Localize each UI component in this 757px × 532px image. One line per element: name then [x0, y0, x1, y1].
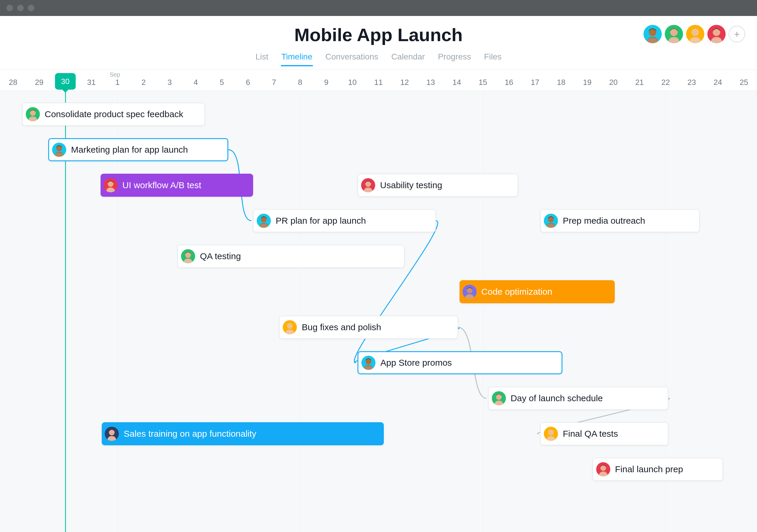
member-avatar[interactable] — [644, 25, 662, 43]
assignee-avatar — [52, 142, 66, 157]
assignee-avatar — [104, 178, 118, 192]
task-label: QA testing — [200, 251, 241, 261]
task-label: Bug fixes and polish — [302, 322, 381, 332]
task-label: Usability testing — [380, 180, 442, 190]
member-avatar[interactable] — [707, 25, 726, 43]
date-cell: 14 — [444, 78, 470, 87]
task-bar[interactable]: Consolidate product spec feedback — [22, 103, 205, 126]
task-bar[interactable]: Sales training on app functionality — [102, 422, 383, 445]
assignee-avatar — [105, 427, 119, 441]
date-cell: 28 — [0, 78, 26, 87]
task-label: PR plan for app launch — [276, 216, 366, 226]
task-label: App Store promos — [380, 358, 452, 368]
assignee-avatar — [257, 214, 271, 228]
date-cell: 1 — [105, 78, 131, 87]
project-header: Mobile App Launch + ListTimelineConversa… — [0, 16, 757, 70]
task-bar[interactable]: Bug fixes and polish — [279, 316, 458, 339]
date-cell: 17 — [522, 78, 548, 87]
date-cell: 20 — [600, 78, 626, 87]
date-cell: 11 — [366, 78, 391, 87]
date-cell: 19 — [574, 78, 600, 87]
window-control-zoom[interactable] — [28, 5, 34, 11]
add-member-button[interactable]: + — [729, 26, 745, 42]
tab-conversations[interactable]: Conversations — [325, 50, 379, 66]
date-cell: 15 — [470, 78, 496, 87]
date-cell: 24 — [705, 78, 731, 87]
assignee-avatar — [181, 249, 195, 263]
date-cell: 10 — [340, 78, 366, 87]
task-bar[interactable]: Final launch prep — [592, 458, 723, 481]
task-label: Sales training on app functionality — [124, 429, 257, 439]
tab-progress[interactable]: Progress — [437, 50, 472, 66]
project-members: + — [644, 25, 745, 43]
date-cell: 31 — [78, 78, 105, 87]
date-cell: 30 — [52, 73, 78, 90]
date-cell: 29 — [26, 78, 52, 87]
assignee-avatar — [26, 107, 40, 121]
tab-timeline[interactable]: Timeline — [281, 50, 313, 66]
task-bar[interactable]: Code optimization — [460, 280, 615, 303]
task-label: Final launch prep — [615, 464, 683, 474]
date-cell: 8 — [287, 78, 313, 87]
date-cell: 25 — [731, 78, 757, 87]
assignee-avatar — [544, 214, 558, 228]
tab-calendar[interactable]: Calendar — [391, 50, 426, 66]
date-cell: 2 — [131, 78, 156, 87]
task-bar[interactable]: Marketing plan for app launch — [48, 138, 228, 161]
date-cell: 16 — [496, 78, 522, 87]
timeline-canvas[interactable]: Consolidate product spec feedback Market… — [0, 91, 757, 532]
task-label: Marketing plan for app launch — [71, 145, 188, 155]
task-bar[interactable]: QA testing — [177, 245, 405, 268]
task-label: Code optimization — [481, 287, 552, 297]
view-tabs: ListTimelineConversationsCalendarProgres… — [0, 50, 757, 69]
task-bar[interactable]: App Store promos — [357, 351, 562, 374]
date-cell: 9 — [313, 78, 339, 87]
task-label: Final QA tests — [563, 429, 618, 439]
task-label: Day of launch schedule — [511, 393, 603, 403]
task-bar[interactable]: Prep media outreach — [540, 209, 699, 232]
task-label: Consolidate product spec feedback — [45, 109, 183, 119]
window-control-close[interactable] — [7, 5, 13, 11]
assignee-avatar — [463, 285, 477, 299]
date-cell: 5 — [209, 78, 235, 87]
task-label: UI workflow A/B test — [122, 180, 201, 190]
tab-files[interactable]: Files — [483, 50, 502, 66]
tab-list[interactable]: List — [255, 50, 269, 66]
date-cell: 3 — [157, 78, 183, 87]
window-control-minimize[interactable] — [17, 5, 24, 11]
assignee-avatar — [283, 320, 297, 334]
date-cell: 12 — [391, 78, 417, 87]
date-cell: 21 — [626, 78, 652, 87]
task-bar[interactable]: UI workflow A/B test — [101, 174, 253, 197]
date-cell: 7 — [261, 78, 287, 87]
task-bar[interactable]: Final QA tests — [540, 422, 668, 445]
task-bar[interactable]: PR plan for app launch — [253, 209, 436, 232]
window-titlebar — [0, 0, 757, 16]
date-cell: 23 — [679, 78, 705, 87]
date-cell: 18 — [548, 78, 574, 87]
assignee-avatar — [361, 356, 376, 370]
date-cell: 4 — [183, 78, 209, 87]
task-bar[interactable]: Day of launch schedule — [488, 387, 668, 410]
today-marker: 30 — [55, 73, 76, 90]
project-title: Mobile App Launch — [294, 24, 463, 45]
assignee-avatar — [361, 178, 375, 192]
date-cell: 13 — [417, 78, 443, 87]
task-label: Prep media outreach — [563, 216, 645, 226]
date-cell: 6 — [235, 78, 261, 87]
task-bar[interactable]: Usability testing — [357, 174, 518, 197]
gridline — [300, 91, 300, 532]
member-avatar[interactable] — [665, 25, 683, 43]
month-label: Sep — [110, 71, 120, 78]
date-cell: 22 — [652, 78, 679, 87]
assignee-avatar — [596, 462, 610, 476]
assignee-avatar — [544, 427, 558, 441]
member-avatar[interactable] — [686, 25, 704, 43]
assignee-avatar — [492, 391, 506, 405]
date-ruler: 2829303112345678910111213141516171819202… — [0, 70, 757, 91]
